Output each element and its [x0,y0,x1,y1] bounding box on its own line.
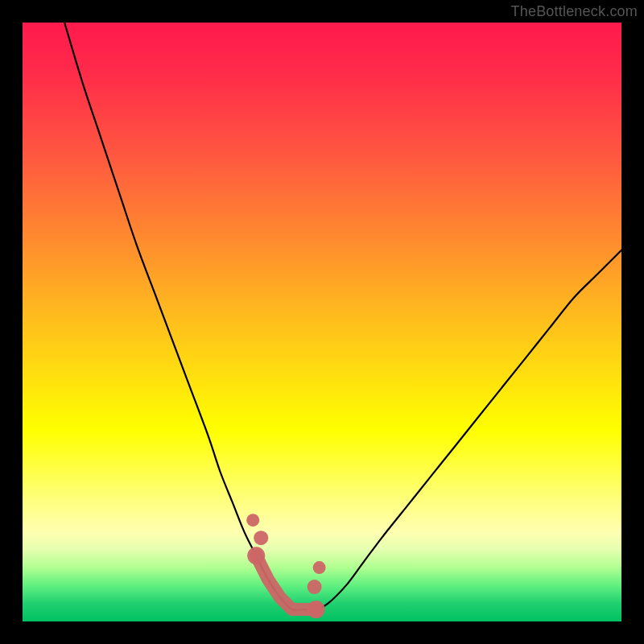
bottleneck-curve [64,23,621,610]
svg-point-2 [254,530,268,545]
svg-point-1 [308,601,325,618]
svg-point-0 [247,547,265,564]
svg-point-5 [313,561,326,574]
svg-point-3 [246,514,259,526]
chart-svg [23,23,621,621]
trough-markers [246,514,325,618]
svg-point-4 [308,580,322,594]
plot-area [23,23,621,621]
watermark-text: TheBottleneck.com [511,3,638,20]
chart-frame: TheBottleneck.com [0,0,644,644]
